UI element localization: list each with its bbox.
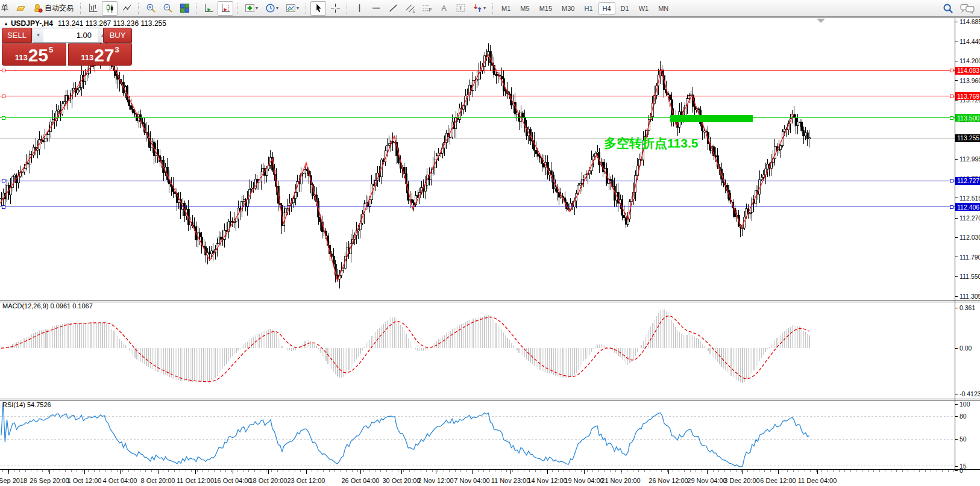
- volume-input[interactable]: [43, 28, 98, 42]
- volume-decrease-button[interactable]: ▼: [33, 28, 43, 42]
- chart-window: 多空转折点113.5114.685114.440114.200113.96011…: [0, 16, 980, 486]
- indicators-button[interactable]: ▾: [242, 1, 261, 16]
- vertical-line-button[interactable]: [351, 1, 367, 16]
- tile-windows-button[interactable]: [177, 1, 192, 16]
- arrows-button[interactable]: ▾: [470, 1, 489, 16]
- svg-text:114.440: 114.440: [960, 38, 980, 45]
- symbol-collapse-icon[interactable]: ▲: [4, 21, 8, 26]
- tf-button-MN[interactable]: MN: [654, 2, 673, 14]
- price-levels: [0, 69, 955, 208]
- svg-text:26 Sep 20:00: 26 Sep 20:00: [30, 477, 69, 484]
- svg-text:100: 100: [960, 400, 970, 408]
- svg-text:21 Nov 20:00: 21 Nov 20:00: [601, 477, 640, 484]
- chart-shift-button[interactable]: [218, 1, 233, 16]
- symbol-ohlc: 113.241 113.267 113.236 113.255: [58, 19, 166, 28]
- svg-text:16 Oct 04:00: 16 Oct 04:00: [214, 477, 252, 484]
- svg-text:T: T: [459, 5, 462, 11]
- sell-price-button[interactable]: 113255: [2, 43, 66, 66]
- svg-text:112.030: 112.030: [960, 234, 980, 241]
- bar-chart-button[interactable]: [85, 1, 101, 16]
- line-chart-button[interactable]: [119, 1, 134, 16]
- svg-text:113.960: 113.960: [960, 77, 980, 84]
- sell-button[interactable]: SELL: [2, 28, 32, 43]
- autotrade-button[interactable]: 自动交易: [30, 1, 77, 16]
- toolbar-separator: [347, 3, 348, 14]
- svg-text:80: 80: [960, 413, 967, 420]
- svg-text:29 Nov 04:00: 29 Nov 04:00: [687, 477, 726, 484]
- timeframe-group: M1M5M15M30H1H4D1W1MN: [497, 2, 673, 14]
- symbol-info-bar: ▲USDJPY-,H4113.241 113.267 113.236 113.2…: [4, 19, 166, 28]
- toolbar-separator: [80, 3, 81, 14]
- templates-button[interactable]: ▾: [283, 1, 302, 16]
- svg-text:2 Nov 12:00: 2 Nov 12:00: [418, 477, 453, 484]
- toolbar-separator: [306, 3, 307, 14]
- chevron-down-icon: ▾: [256, 5, 258, 11]
- svg-text:112.995: 112.995: [960, 155, 980, 163]
- svg-text:50: 50: [960, 435, 967, 443]
- chart-shift-marker[interactable]: [817, 19, 825, 23]
- buy-price-pip: 3: [115, 45, 119, 54]
- svg-text:0: 0: [960, 467, 963, 474]
- chevron-down-icon: ▾: [297, 5, 299, 11]
- svg-text:113.255: 113.255: [957, 134, 979, 142]
- crosshair-button[interactable]: [327, 1, 343, 16]
- search-symbols-button[interactable]: [940, 1, 956, 16]
- macd-signal-line: [1, 316, 809, 382]
- buy-price-button[interactable]: 113273: [68, 43, 132, 66]
- chart-canvas[interactable]: 多空转折点113.5114.685114.440114.200113.96011…: [0, 17, 980, 486]
- zoom-out-button[interactable]: [160, 1, 175, 16]
- auto-scroll-button[interactable]: [201, 1, 216, 16]
- tf-button-H4[interactable]: H4: [598, 2, 615, 14]
- one-click-trading-panel: SELL ▼ ▲ BUY 113255 113273: [2, 28, 132, 66]
- menu-item-order[interactable]: 单: [0, 3, 12, 13]
- sell-price-main: 25: [28, 46, 48, 64]
- gold-ingot-icon[interactable]: [13, 1, 28, 16]
- tf-button-M15[interactable]: M15: [535, 2, 556, 14]
- periods-button[interactable]: ▾: [262, 1, 281, 16]
- tf-button-H1[interactable]: H1: [580, 2, 597, 14]
- autotrade-label: 自动交易: [45, 3, 74, 13]
- tf-button-M30[interactable]: M30: [558, 2, 579, 14]
- horizontal-line-button[interactable]: [368, 1, 384, 16]
- zoom-in-button[interactable]: [143, 1, 159, 16]
- svg-text:111.550: 111.550: [960, 273, 980, 280]
- text-button[interactable]: A: [436, 1, 451, 16]
- annotation-text[interactable]: 多空转折点113.5: [604, 136, 699, 151]
- svg-text:F: F: [429, 7, 432, 13]
- svg-text:A: A: [441, 4, 447, 13]
- buy-button[interactable]: BUY: [103, 28, 132, 43]
- buy-price-main: 27: [94, 46, 114, 64]
- symbol-name: USDJPY-,H4: [11, 19, 53, 28]
- cursor-button[interactable]: [310, 1, 326, 16]
- macd-label: MACD(12,26,9) 0.0961 0.1067: [2, 302, 93, 310]
- tf-button-W1[interactable]: W1: [635, 2, 653, 14]
- svg-text:26 Oct 04:00: 26 Oct 04:00: [342, 477, 380, 484]
- text-label-button[interactable]: T: [453, 1, 468, 16]
- svg-text:114.200: 114.200: [960, 57, 980, 64]
- svg-text:23 Oct 12:00: 23 Oct 12:00: [287, 477, 325, 484]
- support-zone-box[interactable]: [670, 115, 753, 122]
- chevron-down-icon: ▾: [276, 5, 278, 11]
- volume-box: ▼ ▲: [33, 28, 102, 43]
- svg-text:18 Oct 20:00: 18 Oct 20:00: [250, 477, 287, 484]
- time-axis: 24 Sep 201826 Sep 20:001 Oct 12:004 Oct …: [0, 470, 954, 484]
- community-chat-button[interactable]: [957, 1, 978, 16]
- tf-button-M1[interactable]: M1: [497, 2, 515, 14]
- tf-button-D1[interactable]: D1: [617, 2, 633, 14]
- candlestick-chart-button[interactable]: [102, 1, 118, 16]
- equidistant-channel-button[interactable]: E: [402, 1, 418, 16]
- fibonacci-button[interactable]: F: [419, 1, 435, 16]
- price-axis: 114.685114.440114.200113.960113.720113.4…: [955, 18, 980, 300]
- svg-text:30 Oct 20:00: 30 Oct 20:00: [383, 477, 421, 484]
- tf-button-M5[interactable]: M5: [516, 2, 533, 14]
- svg-text:7 Nov 04:00: 7 Nov 04:00: [454, 477, 489, 484]
- svg-text:19 Nov 04:00: 19 Nov 04:00: [564, 477, 603, 484]
- toolbar-separator: [138, 3, 139, 14]
- svg-text:3 Dec 20:00: 3 Dec 20:00: [724, 477, 759, 484]
- trendline-button[interactable]: [385, 1, 401, 16]
- svg-text:111.790: 111.790: [960, 254, 980, 261]
- svg-text:24 Sep 2018: 24 Sep 2018: [0, 477, 27, 484]
- svg-text:11 Oct 12:00: 11 Oct 12:00: [177, 477, 214, 484]
- rsi-line: [1, 402, 809, 467]
- svg-text:0.00: 0.00: [960, 344, 972, 352]
